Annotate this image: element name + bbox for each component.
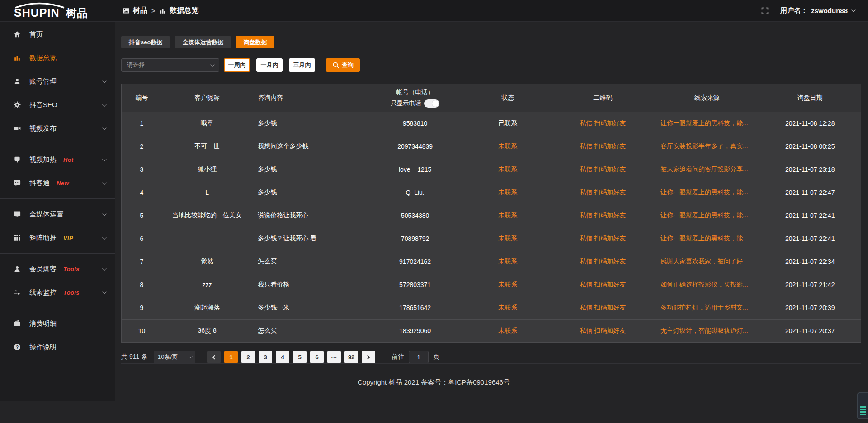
cell-date: 2021-11-07 22:41 — [759, 227, 861, 250]
cell-source-link[interactable]: 让你一眼就爱上的黑科技，能... — [655, 112, 759, 135]
goto-page-input[interactable]: 1 — [409, 351, 429, 363]
next-page-button[interactable] — [362, 351, 375, 363]
cell-qrcode-link[interactable]: 私信 扫码加好友 — [551, 135, 655, 158]
sidebar-item-overview[interactable]: 数据总览 — [0, 46, 115, 70]
tab-douyin-seo-data[interactable]: 抖音seo数据 — [121, 36, 170, 48]
tab-media-ops-data[interactable]: 全媒体运营数据 — [175, 36, 231, 48]
sidebar-item-label: 数据总览 — [29, 54, 57, 62]
member-icon — [14, 265, 22, 273]
account-header-label: 帐号（电话） — [371, 89, 459, 97]
sidebar-item-help[interactable]: ?操作说明 — [0, 335, 115, 359]
cell-id: 1 — [122, 112, 162, 135]
sidebar-item-label: 全媒体运营 — [29, 210, 63, 219]
page-size-select[interactable]: 10条/页 — [154, 351, 195, 363]
tab-inquiry-data[interactable]: 询盘数据 — [236, 36, 274, 48]
date-range-button[interactable]: 一月内 — [256, 58, 283, 72]
table-header-row: 编号 客户昵称 咨询内容 帐号（电话） 只显示电话 状态 二维码 线索来源 — [122, 84, 861, 112]
cell-status: 未联系 — [465, 135, 551, 158]
cell-qrcode-link[interactable]: 私信 扫码加好友 — [551, 204, 655, 227]
page-button-5[interactable]: 5 — [293, 351, 307, 363]
prev-page-button[interactable] — [207, 351, 221, 363]
cell-qrcode-link[interactable]: 私信 扫码加好友 — [551, 227, 655, 250]
svg-text:?: ? — [16, 345, 19, 350]
sidebar: 首页数据总览账号管理抖音SEO视频发布视频加热Hot抖客通New全媒体运营矩阵助… — [0, 22, 115, 401]
sidebar-item-label: 首页 — [29, 30, 43, 39]
sidebar-item-video-heat[interactable]: 视频加热Hot — [0, 148, 115, 171]
chevron-down-icon — [102, 212, 107, 216]
monitor-icon — [14, 211, 22, 218]
cell-source-link[interactable]: 感谢大家喜欢我家，被问了好... — [655, 250, 759, 273]
sidebar-badge: New — [57, 180, 69, 187]
sidebar-item-expense-detail[interactable]: 消费明细 — [0, 312, 115, 335]
sidebar-item-douyin-seo[interactable]: 抖音SEO — [0, 93, 115, 117]
cell-qrcode-link[interactable]: 私信 扫码加好友 — [551, 320, 655, 343]
widget-stripes-icon — [860, 406, 866, 416]
sidebar-item-label: 抖客通 — [29, 179, 50, 188]
sidebar-item-label: 视频发布 — [29, 124, 57, 133]
sidebar-item-member-burst[interactable]: 会员爆客Tools — [0, 257, 115, 281]
video-camera-icon — [14, 125, 22, 132]
col-header-id: 编号 — [122, 84, 162, 112]
logo[interactable]: SHUPIN 树品 — [0, 2, 115, 19]
chevron-down-icon — [210, 62, 215, 67]
fullscreen-icon[interactable] — [761, 7, 769, 14]
sidebar-item-clue-monitor[interactable]: 线索监控Tools — [0, 281, 115, 304]
page-button-6[interactable]: 6 — [310, 351, 324, 363]
breadcrumb-label: 树品 — [133, 6, 147, 15]
cell-source-link[interactable]: 多功能护栏灯，适用于乡村文... — [655, 296, 759, 320]
sidebar-item-video-publish[interactable]: 视频发布 — [0, 117, 115, 140]
date-range-button[interactable]: 三月内 — [289, 58, 315, 72]
sidebar-item-account[interactable]: 账号管理 — [0, 70, 115, 93]
page-button-3[interactable]: 3 — [259, 351, 272, 363]
cell-source-link[interactable]: 如何正确选择投影仪，买投影... — [655, 273, 759, 296]
app-root: SHUPIN 树品 树品 > 数据总览 用户名：zswodun88 首页数据总览… — [0, 0, 868, 423]
cell-source-link[interactable]: 让你一眼就爱上的黑科技，能... — [655, 204, 759, 227]
cell-source-link[interactable]: 让你一眼就爱上的黑科技，能... — [655, 227, 759, 250]
cell-date: 2021-11-07 22:47 — [759, 181, 861, 204]
pagination-total: 共 911 条 — [121, 353, 147, 361]
cell-qrcode-link[interactable]: 私信 扫码加好友 — [551, 158, 655, 181]
search-button[interactable]: 查询 — [326, 58, 360, 72]
breadcrumb-label: 数据总览 — [170, 6, 198, 15]
cell-id: 10 — [122, 320, 162, 343]
sidebar-item-matrix-boost[interactable]: 矩阵助推VIP — [0, 226, 115, 249]
question-circle-icon: ? — [14, 343, 22, 351]
cell-source-link[interactable]: 客厅安装投影半年多了，真实... — [655, 135, 759, 158]
sidebar-item-douketong[interactable]: 抖客通New — [0, 171, 115, 195]
page-ellipsis-button[interactable]: ··· — [327, 351, 341, 363]
floating-widget[interactable] — [857, 392, 868, 419]
page-button-1[interactable]: 1 — [224, 351, 238, 363]
table-row: 3狐小狸多少钱love__1215未联系私信 扫码加好友被大家追着问的客厅投影分… — [122, 158, 861, 181]
cell-source-link[interactable]: 无主灯设计，智能磁吸轨道灯... — [655, 320, 759, 343]
phone-only-toggle[interactable] — [424, 99, 439, 108]
cell-account: 70898792 — [365, 227, 465, 250]
breadcrumb-item-current[interactable]: 数据总览 — [159, 6, 198, 15]
user-menu[interactable]: 用户名：zswodun88 — [780, 6, 854, 15]
page-size-value: 10条/页 — [158, 353, 178, 361]
cell-qrcode-link[interactable]: 私信 扫码加好友 — [551, 273, 655, 296]
page-button-4[interactable]: 4 — [276, 351, 289, 363]
sidebar-item-label: 线索监控 — [29, 288, 57, 297]
filter-select[interactable]: 请选择 — [121, 58, 219, 72]
top-header: SHUPIN 树品 树品 > 数据总览 用户名：zswodun88 — [0, 0, 868, 22]
cell-qrcode-link[interactable]: 私信 扫码加好友 — [551, 250, 655, 273]
cell-qrcode-link[interactable]: 私信 扫码加好友 — [551, 296, 655, 320]
inquiry-table: 编号 客户昵称 咨询内容 帐号（电话） 只显示电话 状态 二维码 线索来源 — [121, 84, 861, 343]
page-button-92[interactable]: 92 — [344, 351, 358, 363]
cell-id: 9 — [122, 296, 162, 320]
col-header-status: 状态 — [465, 84, 551, 112]
cell-account: Q_Liu. — [365, 181, 465, 204]
cell-nickname: 当地比较能吃的一位美女 — [162, 204, 252, 227]
date-range-button[interactable]: 一周内 — [224, 58, 250, 72]
cell-source-link[interactable]: 让你一眼就爱上的黑科技，能... — [655, 181, 759, 204]
breadcrumb-item-root[interactable]: 树品 — [123, 6, 147, 15]
cell-source-link[interactable]: 被大家追着问的客厅投影分享... — [655, 158, 759, 181]
cell-qrcode-link[interactable]: 私信 扫码加好友 — [551, 112, 655, 135]
cell-status: 已联系 — [465, 112, 551, 135]
chevron-down-icon — [102, 266, 107, 271]
cell-qrcode-link[interactable]: 私信 扫码加好友 — [551, 181, 655, 204]
sidebar-item-media-ops[interactable]: 全媒体运营 — [0, 202, 115, 226]
cell-account: 9583810 — [365, 112, 465, 135]
sidebar-item-home[interactable]: 首页 — [0, 23, 115, 46]
page-button-2[interactable]: 2 — [241, 351, 255, 363]
